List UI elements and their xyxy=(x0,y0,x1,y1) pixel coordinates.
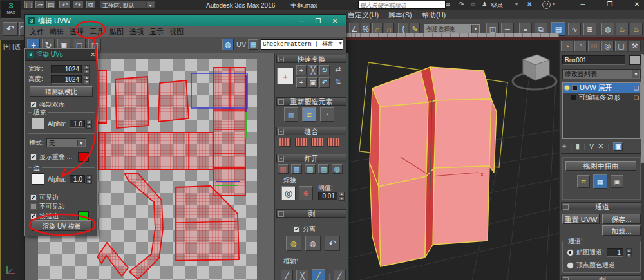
editor-menu-select[interactable]: 选择 xyxy=(70,27,84,37)
undo-icon[interactable]: ↶ xyxy=(59,1,70,8)
reset-peel-icon[interactable]: ↶ xyxy=(325,236,340,251)
quick-peel-lightning-icon[interactable]: ◍ xyxy=(286,236,301,251)
left-viewport-sliver[interactable]: [+] [透 xyxy=(0,40,26,280)
new-file-icon[interactable]: ▢ xyxy=(24,1,33,8)
collapse-icon[interactable]: - xyxy=(278,129,284,135)
collapse-icon[interactable]: - xyxy=(278,57,284,62)
scrollbar-thumb[interactable] xyxy=(641,54,644,163)
stack-row-editable-poly[interactable]: 可编辑多边形 ❏ xyxy=(563,93,640,102)
named-selection-dropdown[interactable]: 创建选择集 ▾ xyxy=(424,24,480,34)
vertex-color-radio[interactable] xyxy=(567,262,574,269)
seam-edges-checkbox[interactable]: ✔ xyxy=(30,213,37,219)
space-box-icon[interactable]: ▣ xyxy=(308,77,318,88)
login-link[interactable]: 登录 xyxy=(491,1,504,10)
rollout-peel-panel[interactable]: - 剥 xyxy=(561,275,643,280)
map-channel-radio[interactable] xyxy=(567,249,574,256)
flatten-polygon-icon[interactable]: ▦ xyxy=(291,164,302,174)
quick-peel-icon[interactable]: ≋ xyxy=(577,175,590,188)
collapse-icon[interactable]: - xyxy=(278,156,284,162)
dialog-close-icon[interactable]: ✕ xyxy=(90,51,95,58)
curve-editor-icon[interactable]: ∿ xyxy=(568,23,581,35)
relax-tool-icon[interactable]: ▦ xyxy=(284,107,298,122)
map-channel-value[interactable]: 1 xyxy=(607,248,623,257)
perspective-viewport[interactable]: x xyxy=(346,40,559,280)
seam-color-swatch[interactable] xyxy=(78,211,89,221)
editor-menu-edit[interactable]: 编辑 xyxy=(50,27,64,37)
menu-script[interactable]: 脚本(S) xyxy=(388,10,412,20)
two-sided-checkbox[interactable]: ✔ xyxy=(30,102,37,108)
flatten-flat-icon[interactable]: ◍ xyxy=(332,164,343,174)
search-input[interactable] xyxy=(358,1,446,9)
collapse-icon[interactable]: - xyxy=(278,99,284,105)
editor-menu-display[interactable]: 显示 xyxy=(149,27,164,37)
tab-modify-icon[interactable]: ◝ xyxy=(574,41,587,51)
fill-alpha-value[interactable]: 1.0 xyxy=(70,120,85,128)
editor-menu-file[interactable]: 文件 xyxy=(30,27,44,37)
rollout-quick-transform[interactable]: - 快速变换 xyxy=(276,55,346,63)
uv-coord-label[interactable]: UV xyxy=(236,41,246,48)
overlap-color-swatch[interactable] xyxy=(78,152,89,162)
stitch-average-icon[interactable] xyxy=(295,138,307,147)
undo-toolbar-icon[interactable]: ↶ xyxy=(3,22,18,36)
relax-lightning-icon[interactable]: ≋ xyxy=(302,107,316,122)
rotate-ccw-icon[interactable]: ↶ xyxy=(319,77,330,88)
collapse-icon[interactable]: - xyxy=(563,204,569,210)
pin-tool-icon[interactable]: ╱ xyxy=(281,270,293,280)
menu-customize[interactable]: 自定义(U) xyxy=(348,10,379,20)
editor-maximize-button[interactable]: ❐ xyxy=(310,17,327,24)
align-selection-icon[interactable]: + xyxy=(277,68,294,84)
fill-alpha-spinner[interactable]: ▴▾ xyxy=(86,120,92,128)
load-uvw-button[interactable]: 加载... xyxy=(602,225,641,236)
tweak-in-view-icon[interactable]: ▣ xyxy=(611,175,623,188)
material-editor-icon[interactable]: ♨ xyxy=(616,23,629,35)
close-button[interactable]: ✕ xyxy=(629,1,644,8)
tab-display-icon[interactable]: ▢ xyxy=(615,41,627,51)
editor-menu-tools[interactable]: 工具 xyxy=(90,27,104,37)
restore-button[interactable]: ❐ xyxy=(601,1,618,8)
box-model[interactable] xyxy=(370,67,497,266)
communicate-icon[interactable]: ↷ xyxy=(459,1,464,8)
object-color-swatch[interactable] xyxy=(629,55,641,65)
minimize-button[interactable]: ─ xyxy=(574,1,591,8)
help-icon[interactable]: ? xyxy=(542,1,551,9)
subobject-toggle-icon[interactable] xyxy=(571,95,576,100)
login-caret-icon[interactable]: ▾ xyxy=(515,1,518,7)
tab-utilities-icon[interactable]: ⚒ xyxy=(629,41,641,51)
panel-scrollbar[interactable] xyxy=(641,53,644,280)
stack-row-uvw-unwrap[interactable]: UVW 展开 ❏ xyxy=(563,83,640,93)
collapse-icon[interactable]: - xyxy=(278,211,284,217)
separate-checkbox[interactable]: ✔ xyxy=(294,226,300,232)
user-icon[interactable]: ♟ xyxy=(482,1,488,8)
flatten-custom-icon[interactable]: ▦ xyxy=(278,164,289,174)
edge-alpha-value[interactable]: 1.0 xyxy=(70,175,85,183)
show-map-icon[interactable]: ◍ xyxy=(222,39,234,50)
fill-color-swatch[interactable] xyxy=(32,118,44,129)
modifier-list-dropdown[interactable]: 修改器列表 ▾ xyxy=(562,69,641,79)
viewport-label[interactable]: [+] [透 xyxy=(3,42,21,51)
modifier-list-caret-icon[interactable]: ▾ xyxy=(632,70,639,78)
workspace-caret-icon[interactable]: ▾ xyxy=(146,2,154,7)
pin-pointer-icon[interactable]: ╱ xyxy=(334,270,346,280)
grid-toggle-icon[interactable]: ▦ xyxy=(248,39,258,50)
dialog-titlebar[interactable]: 3 渲染 UVs ✕ xyxy=(25,49,97,61)
rollout-channel[interactable]: - 通道 xyxy=(561,202,643,210)
configure-modifier-sets-icon[interactable]: ▣ xyxy=(613,142,623,151)
rollout-reshape-elements[interactable]: - 重新塑造元素 xyxy=(276,97,346,106)
named-selection-caret-icon[interactable]: ▾ xyxy=(471,25,479,33)
pin-lightning-icon[interactable]: ╱ xyxy=(312,269,325,280)
open-file-icon[interactable]: ▱ xyxy=(35,1,44,8)
visible-edges-checkbox[interactable]: ✔ xyxy=(30,194,37,201)
width-spinner[interactable]: ▴▾ xyxy=(84,65,90,73)
tab-create-icon[interactable]: ◔ xyxy=(561,41,573,51)
rotate-cw-icon[interactable]: ↻ xyxy=(319,65,330,75)
menu-help[interactable]: 帮助(H) xyxy=(422,10,446,20)
view-distortion-button[interactable]: 视图中扭曲 xyxy=(565,161,636,171)
mode-caret-icon[interactable]: ▾ xyxy=(77,140,85,146)
render-uv-template-button[interactable]: 渲染 UV 模板 xyxy=(32,220,92,231)
show-overlap-checkbox[interactable]: ✔ xyxy=(30,154,37,160)
editor-menu-view[interactable]: 视图 xyxy=(169,27,184,37)
height-spinner[interactable]: ▴▾ xyxy=(84,75,90,84)
stitch-target-icon[interactable] xyxy=(311,138,323,147)
rollout-stitch[interactable]: - 缝合 xyxy=(276,127,346,135)
save-file-icon[interactable]: ▤ xyxy=(46,1,55,8)
